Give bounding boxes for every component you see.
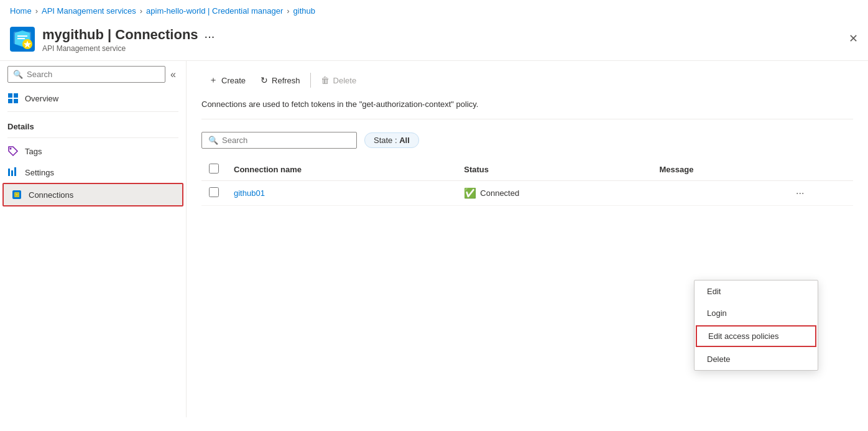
delete-button[interactable]: 🗑 Delete: [313, 72, 364, 89]
sidebar-item-connections-label: Connections: [29, 190, 73, 200]
delete-label: Delete: [333, 76, 357, 85]
create-label: Create: [221, 76, 246, 85]
refresh-label: Refresh: [272, 76, 300, 85]
th-status: Status: [456, 159, 652, 181]
page-header: mygithub | Connections API Management se…: [0, 22, 868, 61]
th-checkbox: [201, 159, 226, 181]
svg-rect-11: [11, 170, 13, 176]
svg-rect-5: [8, 93, 12, 98]
sidebar-divider-2: [7, 137, 178, 138]
row-checkbox[interactable]: [209, 187, 219, 197]
sidebar-item-settings[interactable]: Settings: [0, 162, 186, 183]
sidebar-item-connections-wrapper: Connections: [2, 183, 183, 206]
refresh-icon: ↻: [261, 75, 268, 85]
sidebar-section-details: Details: [0, 114, 186, 135]
svg-rect-10: [8, 169, 10, 176]
row-actions-button[interactable]: ···: [796, 188, 804, 198]
overview-icon: [7, 93, 19, 104]
row-checkbox-cell: [201, 181, 226, 206]
connections-icon: [11, 189, 22, 200]
state-value: All: [399, 136, 410, 145]
svg-point-14: [16, 193, 18, 196]
toolbar-separator: [310, 73, 311, 88]
svg-rect-3: [17, 38, 25, 39]
settings-icon: [7, 167, 19, 178]
sidebar-search-box[interactable]: 🔍: [7, 66, 165, 83]
svg-rect-12: [14, 167, 16, 176]
breadcrumb-api-management[interactable]: API Management services: [42, 6, 136, 16]
row-status: ✅ Connected: [456, 181, 652, 206]
sidebar: 🔍 « Overview Details Tags Settings: [0, 61, 187, 417]
svg-rect-2: [17, 35, 27, 37]
row-actions-cell: ···: [788, 181, 853, 206]
sidebar-item-tags-label: Tags: [25, 147, 42, 156]
sidebar-search-input[interactable]: [27, 70, 160, 79]
th-connection-name: Connection name: [226, 159, 456, 181]
status-connected: ✅ Connected: [464, 187, 644, 199]
filter-search-input[interactable]: [222, 136, 350, 145]
sidebar-item-settings-label: Settings: [25, 168, 54, 177]
service-icon: [10, 27, 35, 52]
status-label: Connected: [480, 188, 519, 198]
breadcrumb-credential-manager[interactable]: apim-hello-world | Credential manager: [146, 6, 283, 16]
sidebar-item-connections[interactable]: Connections: [4, 184, 182, 205]
svg-rect-8: [14, 99, 18, 103]
delete-icon: 🗑: [321, 75, 330, 85]
svg-rect-6: [14, 93, 18, 98]
th-actions: [788, 159, 853, 181]
context-menu: Edit Login Edit access policies Delete: [694, 280, 818, 371]
page-subtitle: API Management service: [42, 44, 198, 53]
page-title-group: mygithub | Connections API Management se…: [42, 27, 198, 53]
state-filter-badge[interactable]: State : All: [364, 132, 419, 148]
svg-point-9: [10, 148, 12, 150]
context-menu-delete[interactable]: Delete: [695, 348, 818, 370]
toolbar: ＋ Create ↻ Refresh 🗑 Delete: [201, 71, 853, 90]
tags-icon: [7, 146, 19, 157]
sidebar-item-overview-label: Overview: [25, 94, 58, 103]
connections-table: Connection name Status Message github01: [201, 159, 853, 206]
row-connection-name: github01: [226, 181, 456, 206]
svg-rect-7: [8, 99, 12, 103]
row-message: [652, 181, 788, 206]
sidebar-item-tags[interactable]: Tags: [0, 141, 186, 162]
description: Connections are used to fetch tokens in …: [201, 100, 853, 119]
breadcrumb-github[interactable]: github: [293, 6, 315, 16]
sidebar-search-icon: 🔍: [13, 70, 23, 79]
create-button[interactable]: ＋ Create: [201, 71, 253, 90]
sidebar-search-row: 🔍 «: [0, 66, 186, 88]
breadcrumb-home[interactable]: Home: [10, 6, 32, 16]
more-options-button[interactable]: ···: [205, 29, 215, 44]
close-button[interactable]: ✕: [849, 32, 858, 45]
connected-icon: ✅: [464, 187, 476, 199]
table-row: github01 ✅ Connected ···: [201, 181, 853, 206]
page-title: mygithub | Connections: [42, 27, 198, 43]
sidebar-item-overview[interactable]: Overview: [0, 88, 186, 109]
refresh-button[interactable]: ↻ Refresh: [253, 72, 308, 89]
context-menu-edit[interactable]: Edit: [695, 280, 818, 302]
select-all-checkbox[interactable]: [209, 164, 219, 174]
filter-row: 🔍 State : All: [201, 132, 853, 149]
sidebar-divider: [7, 111, 178, 112]
filter-search-icon: 🔍: [208, 136, 218, 145]
state-label: State :: [374, 136, 397, 145]
create-icon: ＋: [209, 75, 218, 86]
context-menu-edit-access-policies[interactable]: Edit access policies: [696, 325, 816, 347]
context-menu-login[interactable]: Login: [695, 302, 818, 324]
filter-search-box[interactable]: 🔍: [201, 132, 357, 149]
connection-name-link[interactable]: github01: [234, 188, 265, 198]
sidebar-collapse-button[interactable]: «: [168, 69, 178, 80]
th-message: Message: [652, 159, 788, 181]
breadcrumb: Home › API Management services › apim-he…: [0, 0, 868, 22]
